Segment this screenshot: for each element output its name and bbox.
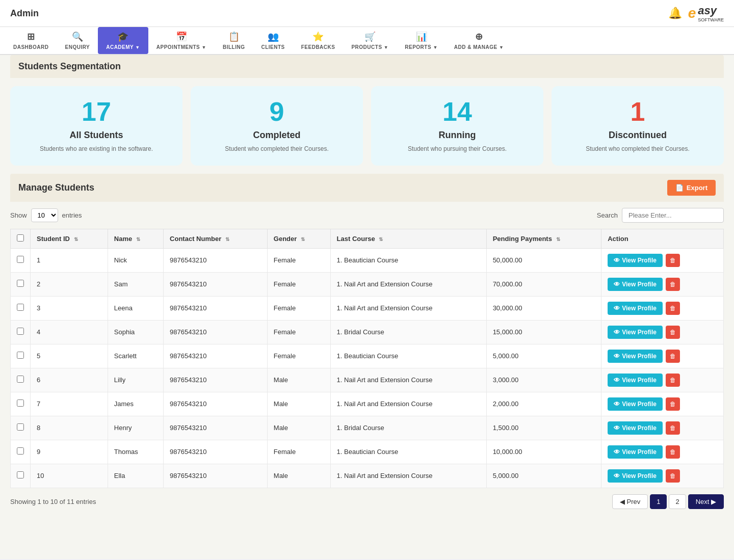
export-icon: 📄 [675, 184, 684, 192]
select-all-checkbox[interactable] [17, 234, 24, 242]
table-header-row: Student ID ⇅ Name ⇅ Contact Number ⇅ Gen… [11, 229, 724, 248]
th-last-course[interactable]: Last Course ⇅ [330, 229, 486, 248]
cell-last-course: 1. Bridal Course [330, 320, 486, 344]
table-row: 3 Leena 9876543210 Female 1. Nail Art an… [11, 296, 724, 320]
view-profile-button[interactable]: 👁 View Profile [608, 374, 663, 387]
cell-gender: Female [267, 440, 330, 464]
delete-button[interactable]: 🗑 [666, 350, 680, 363]
delete-button[interactable]: 🗑 [666, 326, 680, 339]
delete-button[interactable]: 🗑 [666, 278, 680, 291]
billing-icon: 📋 [228, 31, 240, 42]
delete-button[interactable]: 🗑 [666, 469, 680, 483]
th-student-id[interactable]: Student ID ⇅ [31, 229, 108, 248]
search-label: Search [597, 211, 618, 219]
bell-icon[interactable]: 🔔 [668, 7, 682, 20]
nav-feedbacks[interactable]: ⭐ FEEDBACKS [293, 27, 344, 54]
nav-appointments[interactable]: 📅 APPOINTMENTS ▼ [148, 27, 215, 54]
row-checkbox[interactable] [17, 447, 24, 455]
stat-title-completed: Completed [199, 130, 355, 141]
eye-icon: 👁 [614, 281, 620, 288]
delete-button[interactable]: 🗑 [666, 374, 680, 387]
nav-dashboard[interactable]: ⊞ DASHBOARD [5, 27, 57, 54]
view-profile-button[interactable]: 👁 View Profile [608, 254, 663, 267]
nav-academy[interactable]: 🎓 ACADEMY ▼ [98, 27, 148, 54]
stat-desc-all: Students who are existing in the softwar… [18, 145, 174, 153]
delete-button[interactable]: 🗑 [666, 421, 680, 435]
cell-gender: Female [267, 296, 330, 320]
view-profile-button[interactable]: 👁 View Profile [608, 397, 663, 411]
cell-last-course: 1. Beautician Course [330, 344, 486, 368]
nav-reports[interactable]: 📊 REPORTS ▼ [397, 27, 446, 54]
row-checkbox[interactable] [17, 304, 24, 311]
row-checkbox[interactable] [17, 280, 24, 287]
cell-action: 👁 View Profile 🗑 [601, 416, 724, 440]
eye-icon: 👁 [614, 329, 620, 336]
view-profile-button[interactable]: 👁 View Profile [608, 278, 663, 291]
cell-action: 👁 View Profile 🗑 [601, 344, 724, 368]
logo-brand: SOFTWARE [698, 17, 724, 22]
view-profile-button[interactable]: 👁 View Profile [608, 445, 663, 459]
stat-number-completed: 9 [199, 98, 355, 125]
view-profile-button[interactable]: 👁 View Profile [608, 350, 663, 363]
stat-title-running: Running [379, 130, 535, 141]
eye-icon: 👁 [614, 472, 620, 479]
stat-desc-completed: Student who completed their Courses. [199, 145, 355, 153]
cell-gender: Female [267, 320, 330, 344]
nav-enquiry[interactable]: 🔍 ENQUIRY [57, 27, 98, 54]
stat-number-all: 17 [18, 98, 174, 125]
delete-button[interactable]: 🗑 [666, 254, 680, 267]
delete-button[interactable]: 🗑 [666, 397, 680, 411]
cell-last-course: 1. Nail Art and Extension Course [330, 368, 486, 392]
prev-button[interactable]: ◀ Prev [612, 494, 648, 509]
stat-card-completed: 9 Completed Student who completed their … [191, 86, 363, 166]
view-profile-button[interactable]: 👁 View Profile [608, 421, 663, 435]
header: Admin 🔔 e asy SOFTWARE [0, 0, 734, 27]
pagination: ◀ Prev 1 2 Next ▶ [612, 494, 724, 509]
delete-button[interactable]: 🗑 [666, 445, 680, 459]
th-pending[interactable]: Pending Payments ⇅ [486, 229, 601, 248]
page-2-button[interactable]: 2 [669, 494, 686, 509]
segmentation-title: Students Segmentation [18, 61, 716, 72]
th-gender[interactable]: Gender ⇅ [267, 229, 330, 248]
cell-action: 👁 View Profile 🗑 [601, 368, 724, 392]
nav-products[interactable]: 🛒 PRODUCTS ▼ [343, 27, 397, 54]
view-profile-button[interactable]: 👁 View Profile [608, 326, 663, 339]
cell-name: Henry [108, 416, 163, 440]
nav-billing[interactable]: 📋 BILLING [215, 27, 253, 54]
row-checkbox[interactable] [17, 423, 24, 431]
nav-add-manage[interactable]: ⊕ ADD & MANAGE ▼ [446, 27, 512, 54]
cell-pending: 70,000.00 [486, 272, 601, 296]
page-1-button[interactable]: 1 [650, 494, 667, 509]
stat-card-running: 14 Running Student who pursuing their Co… [371, 86, 543, 166]
search-input[interactable] [622, 208, 724, 223]
table-row: 10 Ella 9876543210 Male 1. Nail Art and … [11, 464, 724, 488]
cell-checkbox [11, 464, 31, 488]
cell-pending: 5,000.00 [486, 344, 601, 368]
export-button[interactable]: 📄 Export [667, 180, 716, 196]
row-checkbox[interactable] [17, 376, 24, 383]
th-contact[interactable]: Contact Number ⇅ [164, 229, 268, 248]
view-profile-button[interactable]: 👁 View Profile [608, 302, 663, 315]
th-name[interactable]: Name ⇅ [108, 229, 163, 248]
stat-card-all: 17 All Students Students who are existin… [10, 86, 182, 166]
nav-clients[interactable]: 👥 CLIENTS [253, 27, 293, 54]
cell-pending: 1,500.00 [486, 416, 601, 440]
cell-id: 4 [31, 320, 108, 344]
entries-select[interactable]: 10 25 50 [31, 208, 58, 222]
cell-contact: 9876543210 [164, 272, 268, 296]
manage-header: Manage Students 📄 Export [10, 174, 724, 202]
cell-id: 9 [31, 440, 108, 464]
row-checkbox[interactable] [17, 256, 24, 263]
row-checkbox[interactable] [17, 471, 24, 478]
stat-desc-running: Student who pursuing their Courses. [379, 145, 535, 153]
view-profile-button[interactable]: 👁 View Profile [608, 469, 663, 483]
add-manage-icon: ⊕ [475, 31, 483, 42]
row-checkbox[interactable] [17, 352, 24, 359]
cell-contact: 9876543210 [164, 296, 268, 320]
next-button[interactable]: Next ▶ [688, 494, 724, 509]
table-row: 7 James 9876543210 Male 1. Nail Art and … [11, 392, 724, 416]
row-checkbox[interactable] [17, 399, 24, 407]
eye-icon: 👁 [614, 257, 620, 264]
row-checkbox[interactable] [17, 328, 24, 335]
delete-button[interactable]: 🗑 [666, 302, 680, 315]
